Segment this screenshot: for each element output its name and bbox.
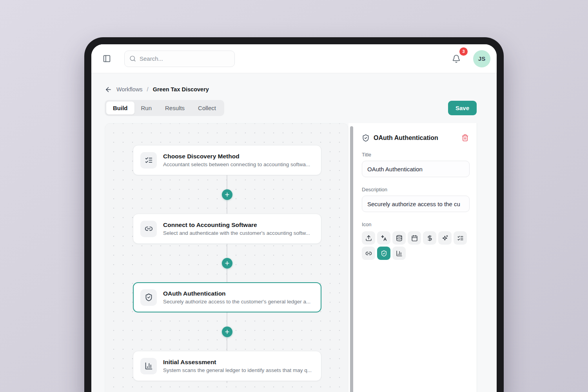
workflow-node-initial-assessment[interactable]: Initial Assessment System scans the gene… <box>133 351 321 381</box>
title-input[interactable] <box>362 161 470 177</box>
bar-chart-icon <box>140 358 157 374</box>
search-icon <box>129 55 136 62</box>
icon-option-link[interactable] <box>362 247 375 260</box>
plus-icon <box>224 260 230 266</box>
checklist-icon <box>457 235 464 241</box>
topbar: 3 JS <box>91 44 497 73</box>
plus-icon <box>224 329 230 335</box>
node-description: Securely authorize access to the custome… <box>163 299 310 305</box>
sparkles-icon <box>442 235 448 241</box>
workflow-canvas[interactable]: Choose Discovery Method Accountant selec… <box>105 123 348 392</box>
icon-option-upload[interactable] <box>362 231 375 245</box>
node-description: Accountant selects between connecting to… <box>163 162 310 167</box>
trash-icon <box>461 134 469 142</box>
tab-run[interactable]: Run <box>134 102 159 114</box>
icon-option-sparkles[interactable] <box>438 231 452 245</box>
shield-check-icon <box>140 289 157 306</box>
properties-panel: OAuth Authentication Title Description I… <box>355 123 477 392</box>
sidebar-toggle-button[interactable] <box>100 52 113 65</box>
back-button[interactable] <box>105 86 112 93</box>
shield-check-icon <box>362 134 370 142</box>
database-icon <box>396 235 403 241</box>
breadcrumb-parent[interactable]: Workflows <box>116 86 143 93</box>
search-input[interactable] <box>140 55 230 62</box>
save-button[interactable]: Save <box>448 101 477 115</box>
icon-picker <box>362 231 471 260</box>
description-input[interactable] <box>362 196 470 212</box>
node-title: Connect to Accounting Software <box>163 221 310 229</box>
tab-build[interactable]: Build <box>106 102 134 114</box>
icon-option-database[interactable] <box>392 231 406 245</box>
tab-bar: Build Run Results Collect <box>105 100 224 116</box>
calendar-icon <box>411 235 418 241</box>
panel-left-icon <box>103 54 111 63</box>
main-content: Workflows / Green Tax Discovery Build Ru… <box>91 73 497 392</box>
node-title: OAuth Authentication <box>163 290 310 297</box>
icon-option-dollar[interactable] <box>423 231 436 245</box>
link-icon <box>140 221 157 237</box>
workspace: Choose Discovery Method Accountant selec… <box>105 123 497 392</box>
checklist-icon <box>140 152 157 169</box>
delete-node-button[interactable] <box>461 133 470 142</box>
app-window: 3 JS Workflows / Green Tax Discovery Bui… <box>91 44 497 392</box>
add-step-button-1[interactable] <box>222 189 232 200</box>
tab-results[interactable]: Results <box>158 102 191 114</box>
plus-icon <box>224 192 230 198</box>
device-frame: 3 JS Workflows / Green Tax Discovery Bui… <box>84 37 504 392</box>
arrow-left-icon <box>105 86 112 93</box>
toolbar: Build Run Results Collect Save <box>105 100 497 116</box>
icon-option-calendar[interactable] <box>408 231 421 245</box>
description-field-label: Description <box>362 187 470 192</box>
scrollbar-track <box>348 123 355 392</box>
upload-icon <box>365 235 372 241</box>
workflow-node-connect-software[interactable]: Connect to Accounting Software Select an… <box>133 214 321 244</box>
node-description: System scans the general ledger to ident… <box>163 367 312 373</box>
icon-field-label: Icon <box>362 221 470 227</box>
scrollbar-thumb[interactable] <box>350 126 353 392</box>
add-step-button-2[interactable] <box>222 258 232 269</box>
breadcrumb-current: Green Tax Discovery <box>153 86 209 93</box>
node-description: Select and authenticate with the custome… <box>163 230 310 236</box>
add-step-button-3[interactable] <box>222 327 232 337</box>
workflow-node-choose-discovery[interactable]: Choose Discovery Method Accountant selec… <box>133 145 321 175</box>
breadcrumb-separator: / <box>147 86 149 93</box>
shield-check-icon <box>381 250 387 257</box>
dollar-icon <box>426 235 433 241</box>
workflow-node-oauth-authentication[interactable]: OAuth Authentication Securely authorize … <box>133 282 321 312</box>
bar-chart-icon <box>396 250 403 257</box>
link-icon <box>365 250 372 257</box>
icon-option-translate[interactable] <box>377 231 390 245</box>
panel-title: OAuth Authentication <box>374 134 457 142</box>
icon-option-checklist[interactable] <box>454 231 467 245</box>
tab-collect[interactable]: Collect <box>191 102 223 114</box>
search-box <box>124 51 235 67</box>
notification-badge: 3 <box>459 47 468 56</box>
title-field-label: Title <box>362 152 470 158</box>
translate-icon <box>381 235 387 241</box>
icon-option-bar-chart[interactable] <box>392 247 406 260</box>
node-title: Initial Assessment <box>163 359 312 366</box>
breadcrumb: Workflows / Green Tax Discovery <box>105 85 497 94</box>
bell-icon <box>452 54 461 63</box>
icon-option-shield-check[interactable] <box>377 247 390 260</box>
avatar[interactable]: JS <box>473 50 490 67</box>
node-title: Choose Discovery Method <box>163 153 310 160</box>
